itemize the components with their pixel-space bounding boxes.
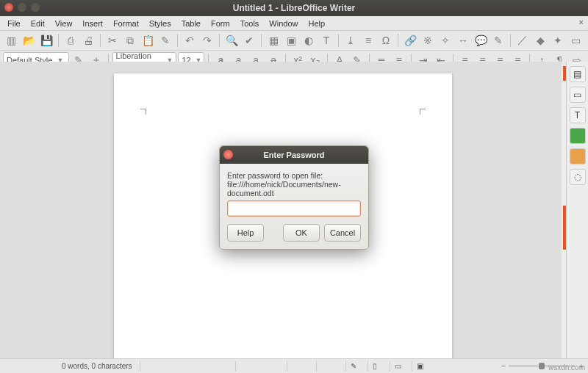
dialog-prompt-line2: file:///home/nick/Documents/new-document…	[227, 180, 361, 198]
ok-button[interactable]: OK	[283, 224, 320, 242]
dialog-close-button[interactable]	[223, 150, 233, 159]
modal-overlay: Enter Password Enter password to open fi…	[0, 0, 588, 373]
dialog-prompt-line1: Enter password to open file:	[227, 171, 361, 180]
dialog-title: Enter Password	[263, 151, 324, 159]
enter-password-dialog: Enter Password Enter password to open fi…	[219, 145, 369, 250]
password-input[interactable]	[227, 200, 361, 217]
help-button[interactable]: Help	[227, 224, 264, 242]
dialog-titlebar: Enter Password	[220, 146, 368, 164]
cancel-button[interactable]: Cancel	[324, 224, 361, 242]
